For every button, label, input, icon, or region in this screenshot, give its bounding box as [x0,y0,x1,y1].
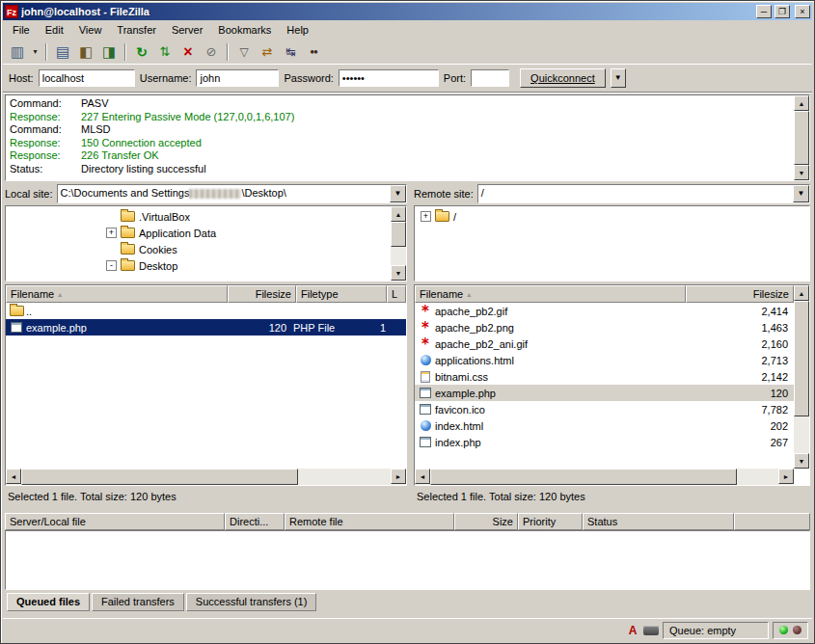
queue-column-priority[interactable]: Priority [518,513,583,530]
scroll-thumb[interactable] [794,111,809,165]
quickconnect-button[interactable]: Quickconnect [520,68,606,88]
scroll-right-icon[interactable]: ► [778,469,794,484]
tab-successful-transfers[interactable]: Successful transfers (1) [186,593,317,611]
tree-item-label: Cookies [139,244,177,255]
password-input[interactable] [339,69,439,87]
queue-column-direction[interactable]: Directi... [225,513,285,530]
toggle-remote-tree-icon[interactable]: ◨ [98,41,120,63]
local-site-combo[interactable]: C:\Documents and Settings\Desktop\ ▼ [57,184,407,203]
file-row[interactable]: applications.html 2,713 [415,352,794,368]
close-button[interactable]: × [795,5,810,18]
site-manager-dropdown-icon[interactable]: ▾ [30,41,41,63]
image-file-icon: * [418,339,433,349]
scroll-left-icon[interactable]: ◄ [415,469,430,484]
file-row[interactable]: * apache_pb2_ani.gif 2,160 [415,335,794,352]
remote-list-vscrollbar[interactable]: ▲ ▼ [794,285,809,469]
menu-transfer[interactable]: Transfer [109,22,164,38]
file-row-example-php[interactable]: example.php 120 PHP File 1 [6,319,406,335]
scroll-thumb[interactable] [794,301,809,416]
file-size: 7,782 [693,404,794,416]
log-line: Command: MLSD [10,123,790,137]
directory-comparison-icon[interactable]: ⇄ [257,41,278,63]
scroll-left-icon[interactable]: ◄ [6,469,21,484]
filter-icon[interactable]: ▽ [233,41,255,63]
log-scrollbar[interactable]: ▲ ▼ [794,95,809,180]
scroll-down-icon[interactable]: ▼ [794,165,809,180]
column-header-filetype[interactable]: Filetype [296,285,387,303]
menu-bookmarks[interactable]: Bookmarks [210,22,279,38]
menu-help[interactable]: Help [279,22,316,38]
queue-body [5,530,810,590]
synchronized-browsing-icon[interactable]: ↹ [280,41,301,63]
file-row[interactable]: bitnami.css 2,142 [415,368,794,385]
remote-site-label: Remote site: [414,188,474,200]
tree-item-application-data[interactable]: + Application Data [6,225,389,241]
tree-item-root[interactable]: + / [415,208,809,225]
queue-column-remote-file[interactable]: Remote file [285,513,454,530]
menu-edit[interactable]: Edit [38,22,71,38]
tab-failed-transfers[interactable]: Failed transfers [92,593,184,611]
ascii-data-type-icon: A [626,624,639,637]
scroll-thumb[interactable] [430,469,737,485]
scroll-thumb[interactable] [391,222,406,247]
disconnect-icon[interactable]: ⊘ [201,41,222,63]
find-files-icon[interactable]: ●● [303,41,324,63]
tree-expander-icon[interactable]: + [421,211,431,222]
queue-column-status[interactable]: Status [583,513,734,530]
tree-item-virtualbox[interactable]: .VirtualBox [6,208,389,225]
scroll-thumb[interactable] [21,469,298,485]
refresh-icon[interactable]: ↻ [131,41,152,63]
local-selection-status: Selected 1 file. Total size: 120 bytes [5,491,407,502]
host-input[interactable] [39,69,135,87]
username-input[interactable] [196,69,279,87]
file-row[interactable]: * apache_pb2.png 1,463 [415,319,794,335]
column-header-filename[interactable]: Filename▴ [415,285,686,303]
file-row[interactable]: index.html 202 [415,417,794,434]
remote-tree: + / [414,205,810,282]
log-label: Response: [10,137,81,150]
scroll-up-icon[interactable]: ▲ [794,285,809,301]
queue-column-size[interactable]: Size [454,513,518,530]
tree-item-cookies[interactable]: Cookies [6,241,389,257]
pane-splitter[interactable] [3,506,812,513]
queue-column-server-local-file[interactable]: Server/Local file [5,513,225,530]
tree-expander-icon[interactable]: - [106,260,117,271]
column-header-filesize[interactable]: Filesize [686,285,794,303]
scroll-up-icon[interactable]: ▲ [794,95,809,111]
file-row[interactable]: index.php 267 [415,434,794,450]
file-row[interactable]: * apache_pb2.gif 2,414 [415,303,794,319]
scroll-down-icon[interactable]: ▼ [794,453,809,469]
file-row-selected[interactable]: example.php 120 [415,385,794,401]
port-input[interactable] [471,69,509,87]
tab-queued-files[interactable]: Queued files [7,593,90,611]
remote-list-hscrollbar[interactable]: ◄ ► [415,469,794,485]
tree-item-desktop[interactable]: - Desktop [6,257,389,274]
scroll-down-icon[interactable]: ▼ [391,265,406,281]
menu-file[interactable]: File [5,22,38,38]
cancel-icon[interactable]: × [177,41,199,63]
menu-view[interactable]: View [71,22,110,38]
minimize-button[interactable]: ─ [756,5,772,18]
combo-dropdown-icon[interactable]: ▼ [390,185,406,202]
log-line: Status: Directory listing successful [10,163,790,176]
local-tree-scrollbar[interactable]: ▲ ▼ [391,206,406,281]
menu-server[interactable]: Server [164,22,210,38]
scroll-right-icon[interactable]: ► [391,469,406,484]
file-row-parent-dir[interactable]: .. [6,303,406,319]
file-row[interactable]: favicon.ico 7,782 [415,401,794,417]
maximize-button[interactable]: ❐ [774,5,790,18]
toggle-message-log-icon[interactable]: ▤ [52,41,73,63]
site-manager-icon[interactable]: ▥ [7,41,28,63]
toggle-local-tree-icon[interactable]: ◧ [75,41,96,63]
column-header-filename[interactable]: Filename▴ [6,285,228,303]
column-header-lastmodified[interactable]: L [387,285,406,303]
scroll-up-icon[interactable]: ▲ [391,206,406,222]
tree-expander-icon[interactable]: + [106,228,117,238]
combo-dropdown-icon[interactable]: ▼ [793,185,809,202]
queue-status-text: Queue: empty [669,625,736,636]
quickconnect-dropdown-icon[interactable]: ▼ [611,68,626,88]
remote-site-combo[interactable]: / ▼ [477,184,810,203]
column-header-filesize[interactable]: Filesize [228,285,296,303]
local-list-hscrollbar[interactable]: ◄ ► [6,469,406,485]
toggle-queue-icon[interactable]: ⇅ [154,41,176,63]
